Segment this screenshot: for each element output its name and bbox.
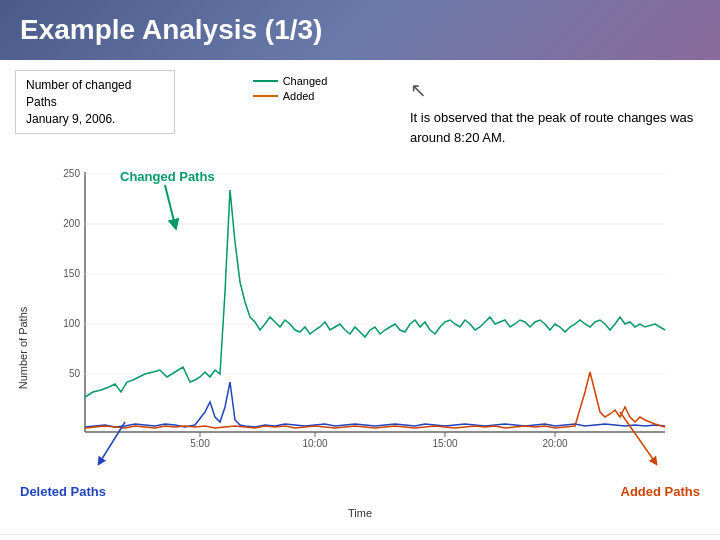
svg-text:150: 150 xyxy=(63,268,80,279)
svg-text:250: 250 xyxy=(63,168,80,179)
observation-text: It is observed that the peak of route ch… xyxy=(410,108,700,147)
changed-arrow-svg xyxy=(155,185,195,235)
observation-box: ↖ It is observed that the peak of route … xyxy=(405,70,705,152)
legend: Changed Added xyxy=(253,75,328,105)
info-line2: January 9, 2006. xyxy=(26,111,164,128)
changed-legend-line xyxy=(253,80,278,82)
header: Example Analysis (1/3) xyxy=(0,0,720,60)
top-row: Number of changed Paths January 9, 2006.… xyxy=(15,70,705,152)
x-axis-label: Time xyxy=(348,507,372,519)
svg-text:100: 100 xyxy=(63,318,80,329)
main-content: Number of changed Paths January 9, 2006.… xyxy=(0,60,720,532)
svg-text:20:00: 20:00 xyxy=(542,438,567,449)
footer: 11/25/2020 17 xyxy=(0,534,720,540)
page-title: Example Analysis (1/3) xyxy=(20,14,322,45)
changed-legend-label: Changed xyxy=(283,75,328,87)
chart-svg: 250 200 150 100 50 5:00 10:00 15:00 20:0… xyxy=(45,162,705,482)
chart-area: Number of Paths Changed Paths 250 200 15… xyxy=(15,157,705,527)
deleted-paths-label: Deleted Paths xyxy=(20,484,106,499)
added-paths-label: Added Paths xyxy=(621,484,700,499)
svg-line-0 xyxy=(165,185,175,225)
svg-text:15:00: 15:00 xyxy=(432,438,457,449)
svg-text:200: 200 xyxy=(63,218,80,229)
added-legend-line xyxy=(253,95,278,97)
svg-text:50: 50 xyxy=(69,368,81,379)
changed-paths-label: Changed Paths xyxy=(120,169,215,184)
svg-text:10:00: 10:00 xyxy=(302,438,327,449)
svg-text:5:00: 5:00 xyxy=(190,438,210,449)
added-legend-label: Added xyxy=(283,90,315,102)
info-line1: Number of changed Paths xyxy=(26,77,164,111)
info-box: Number of changed Paths January 9, 2006. xyxy=(15,70,175,134)
svg-line-21 xyxy=(100,422,125,462)
y-axis-label: Number of Paths xyxy=(17,307,29,390)
